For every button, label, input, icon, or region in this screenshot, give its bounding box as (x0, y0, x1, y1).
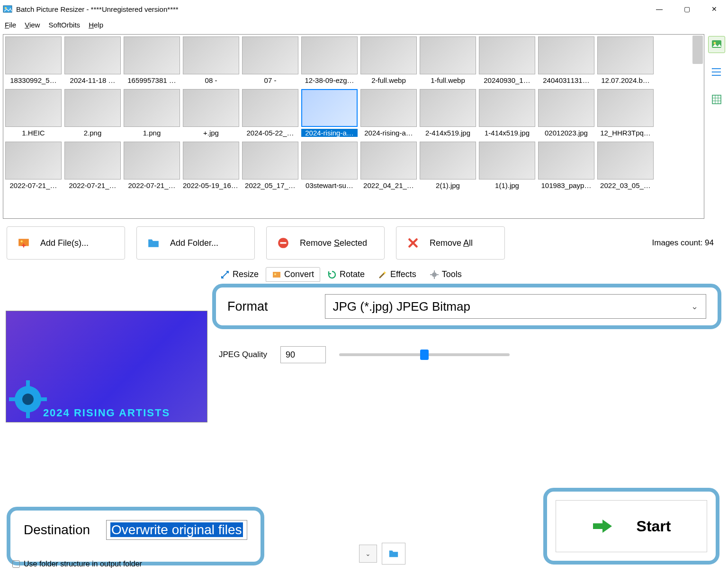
thumbnail-item[interactable]: 101983_payp… (537, 141, 595, 192)
svg-point-3 (714, 42, 716, 45)
start-button[interactable]: Start (556, 500, 707, 552)
menu-file[interactable]: File (5, 21, 16, 29)
thumbnail-item[interactable]: 02012023.jpg (537, 88, 595, 140)
thumbnail-item[interactable]: 18330992_5… (4, 36, 63, 87)
tab-convert[interactable]: Convert (266, 267, 320, 282)
maximize-button[interactable]: ▢ (673, 0, 701, 18)
thumbnail-image (597, 89, 654, 127)
thumbnail-item[interactable]: 2024-rising-a… (360, 88, 418, 140)
remove-all-label: Remove All (430, 238, 473, 248)
menu-softorbits[interactable]: SoftOrbits (48, 21, 80, 29)
destination-combo[interactable]: Overwrite original files (106, 520, 247, 540)
thumbnail-item[interactable]: 12-38-09-ezg… (300, 36, 359, 87)
browse-folder-button[interactable] (382, 543, 405, 565)
svg-rect-18 (280, 242, 287, 243)
close-button[interactable]: ✕ (701, 0, 728, 18)
view-thumbnails-icon[interactable] (708, 36, 725, 53)
add-folder-button[interactable]: Add Folder... (136, 226, 255, 260)
thumbnail-item[interactable]: 2022_04_21_… (360, 141, 418, 192)
thumbnail-item[interactable]: 2022-07-21_… (123, 141, 181, 192)
titlebar: Batch Picture Resizer - ****Unregistered… (0, 0, 728, 18)
thumbnail-item[interactable]: 1-414x519.jpg (478, 88, 536, 140)
thumbnail-image (479, 142, 535, 179)
svg-rect-31 (434, 277, 435, 279)
svg-point-9 (712, 75, 713, 76)
tab-rotate[interactable]: Rotate (321, 267, 371, 282)
svg-point-26 (22, 394, 34, 405)
thumbnail-caption: 2022_04_21_… (360, 181, 417, 189)
thumbnail-item[interactable]: 2024-05-22_… (241, 88, 299, 140)
thumbnail-item[interactable]: 20240930_1… (478, 36, 536, 87)
thumbnail-item[interactable]: 1659957381 … (123, 36, 181, 87)
add-files-icon (18, 237, 30, 249)
thumbnail-item[interactable]: 2-full.webp (360, 36, 418, 87)
tab-tools[interactable]: Tools (423, 267, 468, 282)
checkbox-icon (12, 560, 20, 568)
add-files-button[interactable]: Add File(s)... (7, 226, 125, 260)
thumbnail-item[interactable]: 08 - (182, 36, 240, 87)
destination-value: Overwrite original files (110, 522, 243, 537)
menu-help[interactable]: Help (89, 21, 103, 29)
thumbnail-caption: 2024-11-18 … (64, 76, 121, 84)
menu-view[interactable]: View (25, 21, 40, 29)
folder-icon (387, 548, 400, 559)
thumbnail-item[interactable]: 2022-07-21_… (63, 141, 122, 192)
thumbnail-image (301, 142, 358, 179)
svg-rect-24 (9, 397, 17, 401)
format-select[interactable]: JPG (*.jpg) JPEG Bitmap ⌄ (325, 294, 706, 319)
thumbnail-item[interactable]: 1-full.webp (419, 36, 477, 87)
thumbnail-image (242, 36, 298, 74)
tab-resize[interactable]: Resize (214, 267, 265, 282)
view-list-icon[interactable] (708, 63, 725, 81)
thumbnail-item[interactable]: 2024-11-18 … (63, 36, 122, 87)
thumbnail-item[interactable]: 12.07.2024.b… (596, 36, 655, 87)
thumbnail-image (597, 142, 654, 179)
thumbnail-caption: 20240930_1… (479, 76, 535, 84)
remove-all-icon (407, 237, 419, 249)
thumbnail-item[interactable]: 12_HHR3Tpq… (596, 88, 655, 140)
remove-all-button[interactable]: Remove All (396, 226, 505, 260)
thumbnail-caption: 2022-07-21_… (5, 181, 62, 189)
preview-image: 2024 RISING ARTISTS (6, 311, 207, 422)
thumbnail-image (5, 89, 62, 127)
thumbnail-item[interactable]: 1(1).jpg (478, 141, 536, 192)
images-count: Images count: 94 (652, 238, 721, 248)
thumbnail-item[interactable]: 2022_05_17_… (241, 141, 299, 192)
menubar: File View SoftOrbits Help (0, 18, 728, 31)
destination-highlight: Destination Overwrite original files (7, 507, 264, 565)
thumbnail-caption: 1-full.webp (420, 76, 476, 84)
thumbnail-item[interactable]: 2022-05-19_16-05-59 (182, 141, 240, 192)
thumbnail-item[interactable]: 2-414x519.jpg (419, 88, 477, 140)
remove-selected-button[interactable]: Remove Selected (266, 226, 385, 260)
add-folder-icon (147, 237, 160, 249)
thumbnail-item[interactable]: 1.HEIC (4, 88, 63, 140)
slider-knob[interactable] (420, 350, 429, 360)
thumbnail-image (420, 36, 476, 74)
thumbnail-item[interactable]: 2022_03_05_… (596, 141, 655, 192)
destination-dropdown-button[interactable]: ⌄ (359, 545, 377, 563)
thumbnail-item[interactable]: 2(1).jpg (419, 141, 477, 192)
thumbnail-item[interactable]: 07 - (241, 36, 299, 87)
thumbnail-item[interactable]: 2404031131… (537, 36, 595, 87)
jpeg-quality-slider[interactable] (339, 353, 510, 356)
minimize-button[interactable]: — (646, 0, 673, 18)
thumbnail-item[interactable]: +.jpg (182, 88, 240, 140)
actions-toolbar: Add File(s)... Add Folder... Remove Sele… (0, 222, 728, 261)
thumbnail-caption: 12.07.2024.b… (597, 76, 654, 84)
jpeg-quality-input[interactable]: 90 (280, 346, 326, 363)
thumbnail-image (124, 89, 180, 127)
thumbnail-item[interactable]: 2024-rising-a… (300, 88, 359, 140)
thumbnail-item[interactable]: 03stewart-su… (300, 141, 359, 192)
jpeg-quality-row: JPEG Quality 90 (219, 346, 722, 363)
thumbnail-item[interactable]: 2.png (63, 88, 122, 140)
thumbnail-item[interactable]: 2022-07-21_… (4, 141, 63, 192)
thumbnail-grid[interactable]: 18330992_5…2024-11-18 …1659957381 …08 -0… (3, 34, 704, 219)
thumbnail-caption: 1.HEIC (5, 129, 62, 137)
use-folder-structure-checkbox[interactable]: Use folder structure in output folder (12, 560, 142, 568)
tab-effects[interactable]: Effects (372, 267, 422, 282)
chevron-down-icon: ⌄ (691, 301, 698, 312)
view-table-icon[interactable] (708, 91, 725, 108)
thumbnail-image (420, 142, 476, 179)
thumbnail-item[interactable]: 1.png (123, 88, 181, 140)
thumbnail-caption: 1(1).jpg (479, 181, 535, 189)
